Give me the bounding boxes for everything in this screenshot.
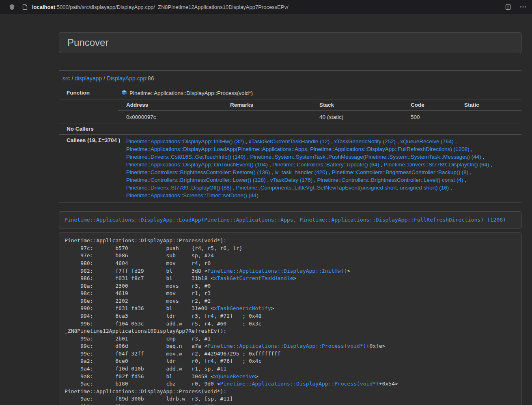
- callee-link[interactable]: vTaskDelay (176): [270, 177, 312, 183]
- code-symbol-link[interactable]: Pinetime::Applications::DisplayApp::Proc…: [207, 343, 366, 349]
- page-title: Puncover: [67, 37, 513, 48]
- code-symbol-link[interactable]: Pinetime::Applications::DisplayApp::Proc…: [220, 381, 379, 387]
- url-path: :5000/path/src/displayapp/DisplayApp.cpp…: [55, 4, 289, 10]
- callee-link[interactable]: Pinetime::Applications::DisplayApp::Load…: [126, 146, 470, 152]
- callee-separator: ,: [327, 169, 332, 175]
- callee-link[interactable]: Pinetime::Controllers::Battery::Update()…: [272, 162, 379, 168]
- code-symbol-link[interactable]: xQueueReceive: [214, 373, 255, 379]
- disassembly-block: Pinetime::Applications::DisplayApp::Proc…: [59, 233, 521, 405]
- breadcrumb-link[interactable]: src: [62, 75, 70, 82]
- callee-separator: ,: [268, 162, 272, 168]
- main-content: Puncover src / displayapp / DisplayApp.c…: [59, 32, 521, 405]
- callee-separator: ,: [330, 138, 334, 144]
- callees-list: Pinetime::Applications::DisplayApp::Init…: [118, 135, 521, 202]
- col-address: Address: [118, 99, 222, 111]
- symbol-table: Function Pinetime::Applications::Display…: [59, 87, 521, 202]
- breadcrumb-link[interactable]: displayapp: [75, 75, 102, 82]
- code-symbol-link[interactable]: Pinetime::Applications::DisplayApp::Init…: [207, 268, 347, 274]
- stack-value: 40 (static): [311, 111, 403, 123]
- static-value: [456, 111, 521, 123]
- breadcrumb: src / displayapp / DisplayApp.cpp:86: [62, 75, 521, 82]
- callee-link[interactable]: xTaskGetCurrentTaskHandle (12): [249, 138, 330, 144]
- function-name: Pinetime::Applications::DisplayApp::Proc…: [129, 90, 253, 96]
- callee-separator: ,: [463, 177, 467, 183]
- menu-dots-icon[interactable]: [520, 6, 526, 8]
- no-callers-row: No Callers: [59, 123, 521, 135]
- callee-link[interactable]: Pinetime::Controllers::BrightnessControl…: [126, 169, 270, 175]
- url-bar[interactable]: localhost:5000/path/src/displayapp/Displ…: [32, 4, 499, 10]
- line-number: :86: [146, 75, 154, 82]
- callee-link[interactable]: Pinetime::Controllers::BrightnessControl…: [317, 177, 463, 183]
- app-header-panel: Puncover: [59, 32, 521, 53]
- callee-link[interactable]: Pinetime::Components::LittleVgl::SetNewT…: [236, 185, 449, 191]
- callee-separator: ,: [454, 138, 457, 144]
- callee-link[interactable]: Pinetime::Controllers::BrightnessControl…: [126, 177, 266, 183]
- breadcrumb-separator: /: [70, 75, 75, 82]
- callee-link[interactable]: Pinetime::Controllers::BrightnessControl…: [332, 169, 469, 175]
- callees-label: Callees (19, Σ=3704 ): [59, 135, 118, 202]
- function-row: Function Pinetime::Applications::Display…: [59, 87, 521, 99]
- callee-link[interactable]: Pinetime::Applications::DisplayApp::Init…: [126, 138, 244, 144]
- code-symbol-link[interactable]: xTaskGetCurrentTaskHandle: [214, 275, 293, 281]
- callee-separator: ,: [231, 185, 236, 191]
- callee-link[interactable]: xTaskGenericNotify (252): [334, 138, 396, 144]
- highlighted-callee-panel: Pinetime::Applications::DisplayApp::Load…: [59, 211, 521, 228]
- breadcrumb-separator: /: [102, 75, 107, 82]
- callee-separator: ,: [489, 162, 492, 168]
- callee-separator: ,: [266, 177, 270, 183]
- remarks-value: [222, 111, 311, 123]
- reader-mode-icon[interactable]: [505, 4, 511, 10]
- metrics-row: Address Remarks Stack Code Static 0x0000…: [59, 99, 521, 123]
- callee-link[interactable]: Pinetime::Drivers::St7789::DisplayOn() (…: [384, 162, 489, 168]
- callee-separator: ,: [468, 169, 472, 175]
- highlighted-callee-link[interactable]: Pinetime::Applications::DisplayApp::Load…: [65, 217, 506, 223]
- callee-separator: ,: [481, 154, 485, 160]
- col-code: Code: [403, 99, 456, 111]
- callee-link[interactable]: Pinetime::System::SystemTask::PushMessag…: [250, 154, 481, 160]
- callee-separator: ,: [312, 177, 317, 183]
- callee-separator: ,: [396, 138, 400, 144]
- url-host: localhost: [32, 4, 55, 10]
- callee-link[interactable]: Pinetime::Drivers::Cst816S::GetTouchInfo…: [126, 154, 246, 160]
- no-callers-label: No Callers: [59, 123, 118, 135]
- code-symbol-link[interactable]: xTaskGenericNotify: [214, 305, 271, 311]
- metrics-table: Address Remarks Stack Code Static 0x0000…: [118, 99, 521, 123]
- divider: [59, 70, 521, 71]
- metrics-values-row: 0x0000097c 40 (static) 500: [118, 111, 521, 123]
- callee-link[interactable]: Pinetime::Applications::Screens::Timer::…: [126, 192, 258, 198]
- callee-separator: ,: [470, 146, 473, 152]
- function-type-icon: [121, 90, 127, 97]
- callee-link[interactable]: Pinetime::Drivers::St7789::DisplayOff() …: [126, 185, 231, 191]
- callees-row: Callees (19, Σ=3704 ) Pinetime::Applicat…: [59, 135, 521, 202]
- callee-separator: ,: [246, 154, 250, 160]
- code-value: 500: [403, 111, 456, 123]
- col-stack: Stack: [311, 99, 403, 111]
- col-remarks: Remarks: [222, 99, 311, 111]
- callee-separator: ,: [270, 169, 274, 175]
- page-icon[interactable]: [22, 4, 28, 10]
- callee-link[interactable]: xQueueReceive (764): [400, 138, 453, 144]
- breadcrumb-link[interactable]: DisplayApp.cpp: [107, 75, 146, 82]
- callee-separator: ,: [244, 138, 248, 144]
- address-value: 0x0000097c: [118, 111, 222, 123]
- callee-link[interactable]: lv_task_handler (420): [274, 169, 327, 175]
- shield-icon[interactable]: [9, 4, 15, 11]
- function-label: Function: [59, 87, 118, 99]
- browser-chrome: localhost:5000/path/src/displayapp/Displ…: [0, 0, 532, 14]
- callee-separator: ,: [449, 185, 452, 191]
- callee-separator: ,: [379, 162, 384, 168]
- col-static: Static: [456, 99, 521, 111]
- callee-link[interactable]: Pinetime::Applications::DisplayApp::OnTo…: [126, 162, 268, 168]
